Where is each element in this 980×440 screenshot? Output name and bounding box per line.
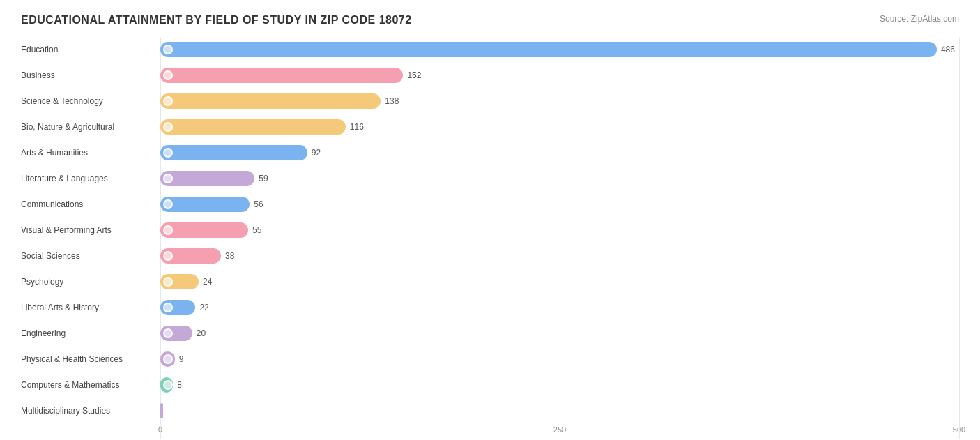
bar-label: Communications — [21, 199, 160, 209]
bar-area: 55 — [160, 220, 959, 240]
bar-label: Liberal Arts & History — [21, 303, 160, 312]
bar-dot — [163, 225, 173, 235]
bar-row: Engineering20 — [21, 321, 959, 345]
bar-fill — [160, 68, 403, 83]
axis-label: 250 — [553, 425, 566, 434]
bar-area: 56 — [160, 195, 959, 214]
bar-label: Science & Technology — [21, 96, 160, 106]
bar-value: 152 — [407, 70, 421, 80]
bar-fill — [160, 300, 195, 315]
chart-source: Source: ZipAtlas.com — [880, 14, 959, 24]
bar-label: Computers & Mathematics — [21, 380, 160, 390]
bar-area — [160, 401, 959, 420]
bar-row: Computers & Mathematics8 — [21, 373, 959, 397]
chart-title: EDUCATIONAL ATTAINMENT BY FIELD OF STUDY… — [21, 14, 412, 26]
bar-dot — [163, 380, 173, 390]
bar-area: 92 — [160, 143, 959, 162]
bar-dot — [163, 148, 173, 158]
bar-label: Education — [21, 45, 160, 54]
bar-dot — [163, 96, 173, 106]
bar-fill — [160, 351, 175, 367]
bar-area: 152 — [160, 66, 959, 85]
bar-row: Visual & Performing Arts55 — [21, 218, 959, 242]
bar-row: Liberal Arts & History22 — [21, 296, 959, 319]
bar-row: Bio, Nature & Agricultural116 — [21, 115, 959, 139]
bar-label: Engineering — [21, 328, 160, 338]
bar-area: 8 — [160, 375, 959, 395]
bar-label: Arts & Humanities — [21, 148, 160, 158]
bar-area: 9 — [160, 349, 959, 369]
bar-label: Social Sciences — [21, 251, 160, 261]
bar-dot — [163, 45, 173, 54]
bar-area: 38 — [160, 246, 959, 266]
bar-row: Physical & Health Sciences9 — [21, 347, 959, 371]
bar-fill — [160, 248, 221, 264]
bar-value: 20 — [197, 328, 206, 338]
bar-row: Literature & Languages59 — [21, 167, 959, 190]
axis-label: 0 — [158, 425, 162, 434]
bar-area: 486 — [160, 40, 959, 59]
bar-row: Communications56 — [21, 192, 959, 216]
bar-area: 59 — [160, 169, 959, 188]
bar-dot — [163, 277, 173, 287]
bar-dot — [163, 70, 173, 80]
bar-label: Bio, Nature & Agricultural — [21, 122, 160, 132]
bar-value: 55 — [252, 225, 261, 235]
bar-value: 59 — [259, 174, 268, 183]
bar-dot — [163, 303, 173, 312]
chart-body: Education486Business152Science & Technol… — [21, 38, 959, 439]
bar-row: Business152 — [21, 63, 959, 87]
bar-area: 24 — [160, 272, 959, 291]
bar-dot — [163, 174, 173, 183]
bar-fill — [160, 145, 307, 160]
bar-row: Multidisciplinary Studies — [21, 399, 959, 423]
bar-area: 20 — [160, 324, 959, 343]
bar-value: 38 — [225, 251, 234, 261]
bar-fill — [160, 93, 381, 109]
bar-value: 92 — [312, 148, 321, 158]
axis-label: 500 — [953, 425, 965, 434]
bar-label: Literature & Languages — [21, 174, 160, 183]
bar-value: 8 — [177, 380, 182, 390]
bar-fill — [160, 42, 937, 57]
bar-fill — [160, 119, 346, 135]
bar-row: Psychology24 — [21, 270, 959, 294]
bar-row: Science & Technology138 — [21, 89, 959, 113]
grid-line — [959, 38, 960, 439]
bar-row: Social Sciences38 — [21, 244, 959, 268]
bar-fill — [160, 222, 248, 238]
bar-fill — [160, 197, 250, 212]
bar-label: Physical & Health Sciences — [21, 354, 160, 364]
bar-value: 486 — [941, 45, 955, 54]
bar-dot — [163, 122, 173, 132]
bar-dot — [163, 328, 173, 338]
bar-row: Education486 — [21, 38, 959, 61]
bar-dot — [163, 199, 173, 209]
bar-value: 116 — [350, 122, 364, 132]
bar-row: Arts & Humanities92 — [21, 141, 959, 165]
chart-wrapper: EDUCATIONAL ATTAINMENT BY FIELD OF STUDY… — [21, 14, 959, 439]
bar-dot — [163, 251, 173, 261]
bar-area: 138 — [160, 91, 959, 111]
bar-value: 138 — [385, 96, 399, 106]
bar-value: 22 — [199, 303, 208, 312]
bar-label: Multidisciplinary Studies — [21, 406, 160, 416]
bar-area: 116 — [160, 117, 959, 137]
bar-fill — [160, 171, 254, 186]
bar-area: 22 — [160, 298, 959, 317]
bar-fill — [160, 274, 199, 289]
bar-fill — [160, 403, 163, 418]
bar-fill — [160, 326, 192, 341]
bar-dot — [163, 354, 173, 364]
bar-label: Psychology — [21, 277, 160, 287]
bar-fill — [160, 377, 173, 393]
bar-value: 9 — [179, 354, 184, 364]
bar-value: 56 — [254, 199, 263, 209]
bar-label: Business — [21, 70, 160, 80]
bar-label: Visual & Performing Arts — [21, 225, 160, 235]
bar-value: 24 — [203, 277, 212, 287]
